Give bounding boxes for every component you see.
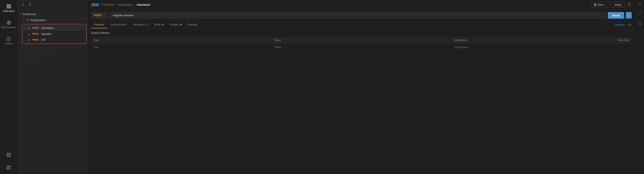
params-table: Key Value Description ··· Bulk Edit	[91, 37, 632, 51]
collections-label: Collections	[3, 10, 15, 12]
folder-icon	[26, 19, 29, 22]
share-button[interactable]: Share	[611, 2, 625, 8]
sidebar-item-history[interactable]: History	[3, 35, 14, 47]
tab-authorization-label: Authorization	[110, 23, 127, 26]
send-dropdown-button[interactable]	[626, 12, 632, 19]
tab-scripts[interactable]: Scripts	[167, 21, 184, 28]
table-row-placeholder	[92, 44, 632, 51]
save-button[interactable]: Save	[591, 2, 609, 8]
bulk-edit-button[interactable]: Bulk Edit	[618, 39, 629, 42]
collections-icon	[6, 4, 11, 9]
chevron-down-icon: ▼	[19, 13, 22, 15]
main-header: HTTP Confrence / Registration / Attendee…	[88, 0, 635, 10]
breadcrumb-confrence[interactable]: Confrence	[102, 3, 115, 6]
comment-icon[interactable]	[637, 2, 642, 8]
method-selector[interactable]: POST	[91, 12, 108, 19]
collections-toolbar: ···	[18, 0, 88, 10]
chevron-right-icon: ▶	[28, 27, 30, 29]
breadcrumb: HTTP Confrence / Registration / Attendee…	[91, 3, 150, 7]
cookies-label: Cookies	[614, 23, 625, 26]
svg-line-20	[640, 13, 641, 14]
save-dropdown-icon	[604, 4, 606, 6]
http-icon: HTTP	[91, 3, 99, 7]
tab-headers-label: Headers (7)	[133, 23, 148, 26]
code-label: </>	[627, 23, 632, 27]
tabs-right: Cookies </>	[614, 23, 632, 27]
folder-section: ▼ Registration ▶ POST Attendees ▶ POST	[18, 17, 88, 44]
endpoint-speaker[interactable]: ▶ POST Speaker	[23, 31, 85, 37]
description-input[interactable]	[454, 45, 629, 49]
tab-headers[interactable]: Headers (7)	[130, 21, 151, 28]
method-badge-post: POST	[32, 27, 40, 29]
tab-params-label: Params	[94, 23, 104, 26]
dashboard-icon	[6, 152, 11, 157]
cookies-link[interactable]: Cookies	[614, 23, 625, 26]
svg-rect-6	[7, 153, 8, 154]
svg-rect-7	[9, 153, 10, 154]
col-value-header: Value	[272, 37, 451, 44]
svg-rect-9	[9, 155, 10, 157]
svg-rect-1	[9, 5, 10, 6]
bulk-edit-label: Bulk Edit	[618, 39, 629, 42]
collections-panel: ··· ▼ Confrence ▼ Registration ▶ POST	[18, 0, 88, 174]
history-label: History	[5, 42, 12, 45]
endpoint-vip[interactable]: ▶ POST VIP	[23, 37, 85, 43]
environments-label: Environments	[1, 26, 16, 29]
svg-rect-3	[9, 7, 10, 8]
tab-params[interactable]: Params	[91, 21, 107, 28]
value-input[interactable]	[274, 45, 449, 49]
history-icon	[6, 36, 11, 41]
sidebar-item-environments[interactable]: Environments	[0, 19, 18, 30]
filter-button[interactable]	[27, 2, 32, 8]
svg-rect-10	[7, 166, 8, 167]
endpoint-name-vip: VIP	[41, 38, 46, 42]
key-placeholder-cell[interactable]	[92, 44, 272, 51]
blurred-section-2	[18, 62, 88, 70]
body-dot	[162, 24, 164, 26]
tab-body[interactable]: Body	[151, 21, 166, 28]
sidebar: Collections Environments History	[0, 0, 18, 174]
col-desc-header: Description ··· Bulk Edit	[451, 37, 632, 44]
svg-rect-2	[7, 7, 8, 8]
tab-body-label: Body	[154, 23, 164, 26]
method-label: POST	[94, 14, 102, 17]
folder-header[interactable]: ▼ Registration	[21, 17, 88, 23]
breadcrumb-registration[interactable]: Registration	[118, 3, 133, 6]
endpoint-attendees[interactable]: ▶ POST Attendees	[23, 25, 85, 31]
save-icon	[594, 3, 597, 6]
collection-name: Confrence	[23, 13, 36, 16]
svg-rect-11	[9, 166, 10, 167]
svg-rect-12	[7, 168, 8, 169]
collection-header[interactable]: ▼ Confrence	[18, 11, 88, 17]
send-button[interactable]: Send	[608, 12, 624, 19]
info-icon[interactable]	[637, 21, 642, 27]
col-key-header: Key	[92, 37, 272, 44]
add-collection-button[interactable]	[20, 2, 26, 8]
chevron-right-icon-vip: ▶	[28, 39, 30, 41]
sidebar-item-collections[interactable]: Collections	[1, 2, 16, 14]
tabs-left: Params Authorization Headers (7) Body Sc…	[91, 21, 201, 28]
document-icon[interactable]	[626, 2, 632, 8]
add-icon	[6, 165, 11, 170]
more-options-button[interactable]: ···	[81, 3, 85, 8]
desc-placeholder-cell[interactable]	[451, 44, 632, 51]
endpoint-name: Attendees	[41, 26, 54, 30]
bulk-edit-dots: ···	[616, 39, 618, 42]
url-input[interactable]	[110, 12, 606, 19]
key-input[interactable]	[94, 45, 269, 49]
value-placeholder-cell[interactable]	[272, 44, 451, 51]
scripts-dot	[180, 24, 182, 26]
expand-icon[interactable]	[637, 12, 642, 18]
section-title: Query Params	[91, 31, 632, 35]
tab-settings[interactable]: Settings	[184, 21, 201, 28]
code-icon[interactable]: </>	[627, 23, 632, 27]
method-dropdown-icon	[103, 14, 105, 17]
chevron-right-icon-speaker: ▶	[28, 33, 30, 35]
folder-name: Registration	[31, 19, 46, 22]
url-bar: POST Send	[88, 10, 635, 21]
sidebar-item-dashboard[interactable]	[4, 151, 13, 159]
sidebar-item-add[interactable]	[4, 163, 13, 172]
tab-authorization[interactable]: Authorization	[107, 21, 130, 28]
params-section: Query Params Key Value Description ··· B…	[88, 29, 635, 53]
environments-icon	[6, 20, 11, 25]
